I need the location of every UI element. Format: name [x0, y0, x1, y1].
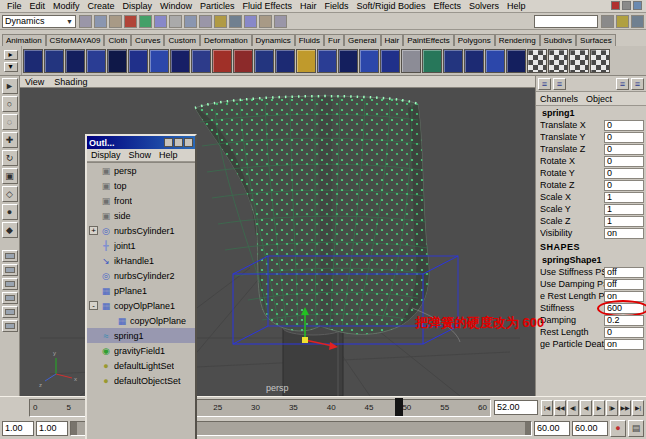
outliner-item[interactable]: ● defaultObjectSet [87, 373, 195, 388]
channel-value-field[interactable]: on [604, 228, 644, 239]
four-pane-layout-button[interactable] [2, 264, 18, 276]
channel-label[interactable]: Visibility [540, 228, 604, 238]
channel-value-field[interactable]: 0 [604, 168, 644, 179]
shelf-tab[interactable]: Dynamics [252, 34, 295, 46]
select-tool[interactable]: ► [2, 78, 18, 94]
outliner-item[interactable]: ≈ spring1 [87, 328, 195, 343]
shelf-icon[interactable] [191, 49, 211, 73]
channel-label[interactable]: Stiffness [540, 303, 604, 313]
outliner-menu-item[interactable]: Show [129, 150, 152, 160]
single-pane-layout-button[interactable] [2, 250, 18, 262]
anim-start-field[interactable]: 1.00 [2, 421, 34, 436]
maximize-icon[interactable] [174, 138, 183, 147]
expand-toggle-icon[interactable] [89, 181, 98, 190]
shelf-icon[interactable] [86, 49, 106, 73]
menu-item[interactable]: Hair [296, 1, 321, 11]
playback-end-field[interactable]: 60.00 [534, 421, 570, 436]
menubar-icon[interactable] [633, 1, 642, 10]
expand-toggle-icon[interactable]: - [89, 301, 98, 310]
outliner-menu-item[interactable]: Help [159, 150, 178, 160]
outliner-item[interactable]: ▣ front [87, 193, 195, 208]
menubar-icon[interactable] [622, 1, 631, 10]
outliner-item[interactable]: ● defaultLightSet [87, 358, 195, 373]
menu-item[interactable]: Display [119, 1, 157, 11]
outliner-item[interactable]: ↘ ikHandle1 [87, 253, 195, 268]
channel-label[interactable]: Use Damping PS [540, 279, 604, 289]
two-pane-stacked-layout-button[interactable] [2, 292, 18, 304]
shelf-icon[interactable] [422, 49, 442, 73]
shelf-icon[interactable] [296, 49, 316, 73]
panel-menu-item[interactable]: View [25, 77, 44, 87]
outliner-item[interactable]: + ◎ nurbsCylinder1 [87, 223, 195, 238]
channel-label[interactable]: Translate Z [540, 144, 604, 154]
channel-value-field[interactable]: 0 [604, 132, 644, 143]
show-manipulator-tool[interactable]: ● [2, 204, 18, 220]
menu-item[interactable]: File [3, 1, 26, 11]
lasso-select-tool[interactable]: ○ [2, 96, 18, 112]
panel-menu-item[interactable]: Shading [54, 77, 87, 87]
status-icon[interactable] [601, 15, 614, 28]
shelf-icon[interactable] [401, 49, 421, 73]
outliner-item[interactable]: ╋ joint1 [87, 238, 195, 253]
channel-value-field[interactable]: 0 [604, 144, 644, 155]
shelf-icon[interactable] [65, 49, 85, 73]
paint-select-tool[interactable]: ◌ [2, 114, 18, 130]
current-frame-field[interactable]: 52.00 [494, 400, 538, 415]
transport-button[interactable]: |▶ [606, 400, 618, 416]
cylinder-object[interactable] [283, 321, 343, 396]
shelf-nav-arrow[interactable]: ▸ [4, 50, 18, 60]
shelf-icon[interactable] [338, 49, 358, 73]
channel-value-field[interactable]: off [604, 279, 644, 290]
shelf-icon[interactable] [569, 49, 589, 73]
channel-value-field[interactable]: 0.2 [604, 315, 644, 326]
channelbox-tab-icon[interactable]: ≡ [553, 78, 566, 90]
status-icon[interactable] [229, 15, 242, 28]
shelf-tab[interactable]: Fur [324, 34, 344, 46]
anim-end-field[interactable]: 60.00 [572, 421, 608, 436]
status-icon[interactable] [154, 15, 167, 28]
outliner-item[interactable]: ▦ pPlane1 [87, 283, 195, 298]
transport-button[interactable]: |◀ [541, 400, 553, 416]
transport-button[interactable]: ▶ [593, 400, 605, 416]
outliner-titlebar[interactable]: Outl... [87, 136, 195, 149]
shape-node-name[interactable]: springShape1 [536, 253, 646, 266]
menu-item[interactable]: Create [84, 1, 119, 11]
channel-label[interactable]: e Rest Length PS [540, 291, 604, 301]
transport-button[interactable]: ◀ [580, 400, 592, 416]
menu-item[interactable]: Solvers [465, 1, 503, 11]
shelf-icon[interactable] [233, 49, 253, 73]
shelf-tab[interactable]: Custom [164, 34, 200, 46]
channel-value-field[interactable]: 0 [604, 156, 644, 167]
status-icon[interactable] [124, 15, 137, 28]
channel-value-field[interactable]: on [604, 291, 644, 302]
channel-label[interactable]: Damping [540, 315, 604, 325]
close-icon[interactable] [184, 138, 193, 147]
shelf-nav-arrow[interactable]: ▾ [4, 62, 18, 72]
universal-manipulator-tool[interactable]: ◇ [2, 186, 18, 202]
two-pane-side-layout-button[interactable] [2, 278, 18, 290]
menu-item[interactable]: Fluid Effects [239, 1, 296, 11]
menu-item[interactable]: Effects [430, 1, 465, 11]
outliner-item[interactable]: ▣ side [87, 208, 195, 223]
shelf-icon[interactable] [23, 49, 43, 73]
status-icon[interactable] [94, 15, 107, 28]
status-icon[interactable] [631, 15, 644, 28]
channel-value-field[interactable]: 0 [604, 120, 644, 131]
shelf-icon[interactable] [44, 49, 64, 73]
channel-label[interactable]: Rotate Z [540, 180, 604, 190]
shelf-icon[interactable] [212, 49, 232, 73]
layer-editor-tab-icon[interactable]: ≡ [631, 78, 644, 90]
shelf-icon[interactable] [107, 49, 127, 73]
shelf-tab[interactable]: Rendering [495, 34, 540, 46]
shelf-icon[interactable] [254, 49, 274, 73]
channel-value-field[interactable]: 1 [604, 204, 644, 215]
shelf-icon[interactable] [464, 49, 484, 73]
shelf-icon[interactable] [317, 49, 337, 73]
channel-label[interactable]: Use Stiffness PS [540, 267, 604, 277]
menu-item[interactable]: Fields [320, 1, 352, 11]
status-icon[interactable] [214, 15, 227, 28]
shelf-icon[interactable] [443, 49, 463, 73]
menu-set-dropdown[interactable]: Dynamics ▼ [2, 15, 76, 28]
shelf-tab[interactable]: Curves [131, 34, 164, 46]
channel-value-field[interactable]: on [604, 339, 644, 350]
